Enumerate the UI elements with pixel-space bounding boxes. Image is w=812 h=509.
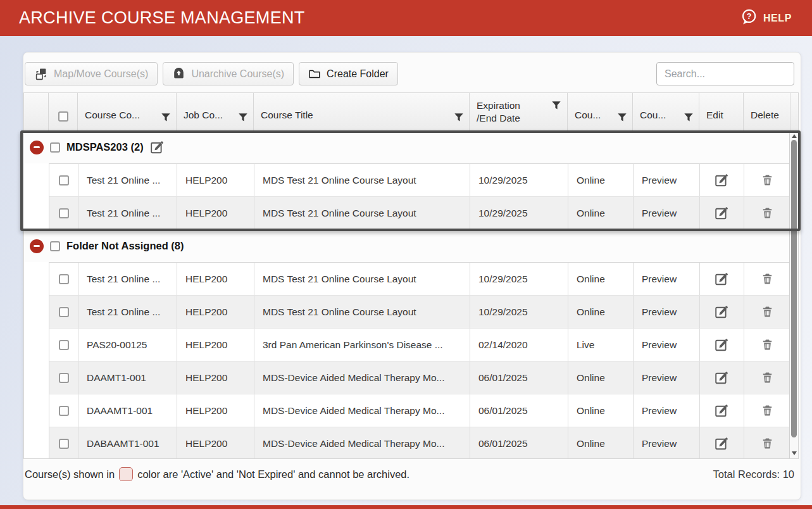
column-header-label: Course Co... — [85, 109, 140, 122]
edit-course-button[interactable] — [715, 337, 729, 352]
collapse-icon[interactable] — [30, 239, 44, 253]
delete-course-button[interactable] — [761, 404, 774, 417]
filter-icon[interactable] — [454, 113, 463, 122]
row-checkbox[interactable] — [59, 175, 69, 185]
edit-course-button[interactable] — [715, 305, 729, 319]
row-checkbox[interactable] — [59, 274, 69, 284]
cell-text: DABAAMT1-001 — [87, 438, 159, 449]
search-input[interactable] — [656, 62, 794, 85]
edit-folder-button[interactable] — [150, 140, 165, 154]
row-checkbox[interactable] — [59, 373, 69, 383]
cell-text: Preview — [642, 405, 677, 417]
collapse-icon[interactable] — [30, 141, 44, 154]
row-delete-cell — [744, 361, 791, 394]
cell-text: MDS Test 21 Online Course Layout — [263, 306, 416, 318]
row-edit-cell — [700, 361, 744, 394]
row-checkbox[interactable] — [59, 406, 69, 416]
select-all-checkbox[interactable] — [58, 111, 68, 122]
scroll-up-icon[interactable] — [792, 134, 797, 138]
row-checkbox[interactable] — [59, 307, 69, 317]
edit-course-button[interactable] — [715, 403, 729, 418]
row-cell-course_title: MDS-Device Aided Medical Therapy Mo... — [254, 427, 470, 459]
delete-course-button[interactable] — [761, 437, 774, 450]
row-cell-course_preview: Preview — [634, 197, 700, 229]
row-checkbox[interactable] — [59, 439, 69, 449]
delete-course-button[interactable] — [761, 338, 774, 351]
row-cell-course_preview: Preview — [634, 427, 700, 459]
vertical-scrollbar[interactable] — [789, 131, 798, 458]
cell-text: MDS Test 21 Online Course Layout — [263, 208, 416, 219]
toolbar: Map/Move Course(s)Unarchive Course(s)Cre… — [25, 62, 398, 85]
delete-course-button[interactable] — [761, 305, 774, 318]
edit-course-button[interactable] — [715, 370, 729, 385]
cell-text: 06/01/2025 — [478, 438, 528, 449]
filter-icon[interactable] — [684, 113, 693, 122]
cell-text: Test 21 Online ... — [87, 273, 160, 285]
column-header-course_code: Course Co... — [78, 93, 177, 130]
cell-text: Online — [577, 306, 605, 318]
unarchive-courses-button[interactable]: Unarchive Course(s) — [163, 62, 294, 85]
column-header-course_type: Cou... — [568, 93, 633, 130]
scrollbar-thumb[interactable] — [791, 140, 797, 437]
edit-course-button[interactable] — [715, 272, 729, 286]
row-cell-job_code: HELP200 — [177, 427, 254, 459]
row-cell-expiration_date: 06/01/2025 — [470, 394, 568, 427]
row-cell-course_code: Test 21 Online ... — [78, 164, 177, 196]
row-select-cell — [49, 263, 78, 295]
cell-text: Online — [577, 405, 605, 417]
edit-course-button[interactable] — [715, 173, 729, 187]
cell-text: 06/01/2025 — [478, 405, 528, 417]
row-cell-job_code: HELP200 — [177, 361, 254, 394]
cell-text: Test 21 Online ... — [87, 208, 160, 219]
cell-text: Online — [577, 273, 605, 285]
cell-text: Live — [577, 339, 594, 351]
edit-course-button[interactable] — [715, 436, 729, 451]
edit-course-button[interactable] — [715, 206, 729, 220]
row-select-cell — [49, 197, 78, 229]
cell-text: MDS-Device Aided Medical Therapy Mo... — [263, 372, 444, 384]
create-folder-button[interactable]: Create Folder — [299, 62, 398, 85]
folder-checkbox[interactable] — [50, 142, 60, 153]
row-cell-course_title: MDS-Device Aided Medical Therapy Mo... — [254, 394, 470, 427]
delete-course-button[interactable] — [761, 272, 774, 286]
total-records: Total Records: 10 — [713, 468, 794, 481]
bottom-red-bar — [0, 505, 812, 509]
delete-course-button[interactable] — [761, 371, 774, 384]
row-select-cell — [49, 329, 78, 361]
row-cell-course_preview: Preview — [634, 329, 700, 361]
row-checkbox[interactable] — [59, 208, 69, 218]
cell-text: 10/29/2025 — [478, 273, 528, 285]
cell-text: 10/29/2025 — [478, 306, 528, 318]
courses-table: Course Co...Job Co...Course TitleExpirat… — [23, 92, 799, 459]
row-cell-job_code: HELP200 — [177, 263, 254, 295]
delete-course-button[interactable] — [761, 173, 774, 187]
cell-text: Online — [577, 372, 605, 384]
help-button[interactable]: ? HELP — [736, 8, 796, 28]
row-select-cell — [49, 394, 78, 427]
row-cell-course_title: MDS Test 21 Online Course Layout — [254, 197, 470, 229]
cell-text: Preview — [642, 438, 677, 449]
row-checkbox[interactable] — [59, 340, 69, 350]
column-header-expiration_date: Expiration /End Date — [470, 93, 568, 130]
row-cell-course_type: Online — [568, 263, 634, 295]
cell-text: 10/29/2025 — [478, 208, 528, 219]
row-cell-expiration_date: 02/14/2020 — [470, 329, 568, 361]
filter-icon[interactable] — [161, 113, 170, 122]
row-delete-cell — [744, 164, 791, 196]
help-label: HELP — [763, 13, 792, 24]
cell-text: HELP200 — [185, 273, 227, 285]
row-select-cell — [49, 361, 78, 394]
filter-icon[interactable] — [552, 101, 561, 110]
column-header-label: Cou... — [575, 109, 601, 122]
filter-icon[interactable] — [239, 113, 247, 122]
filter-icon[interactable] — [618, 113, 627, 122]
scroll-down-icon[interactable] — [792, 451, 797, 455]
row-edit-cell — [700, 427, 744, 459]
map-move-courses-button[interactable]: Map/Move Course(s) — [25, 62, 158, 85]
row-cell-course_code: DAAMT1-001 — [78, 361, 177, 394]
row-select-cell — [49, 427, 78, 459]
delete-course-button[interactable] — [761, 206, 774, 220]
folder-name: MDSPAS203 (2) — [66, 141, 144, 153]
folder-checkbox[interactable] — [50, 241, 60, 251]
cell-text: Preview — [642, 175, 677, 186]
